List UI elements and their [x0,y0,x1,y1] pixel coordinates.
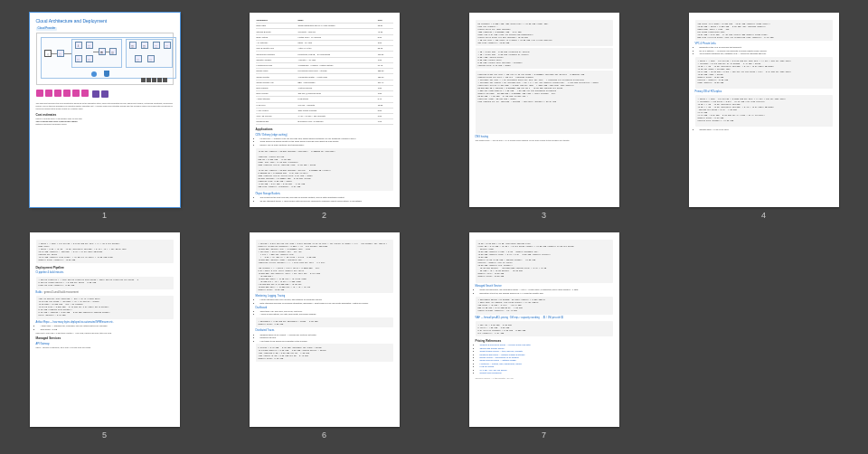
calc-bot: 1 cache × 1 node = for hrs/mo × 0.0006 U… [695,95,833,127]
page-thumb-4[interactable]: 730 hours in a month × 0.003 USD = 20.07… [686,13,841,220]
calc-top: 730 hours in a month × 0.003 USD = 20.07… [695,20,833,41]
service-icons-row-b [92,90,108,98]
dash-calc: 1 dashboard × 3.00 USD per dashboard / m… [256,317,393,327]
waf-calc: 1 web ACL × 5.00 USD = 5.00 USD 6 rules … [476,321,613,336]
page-thumb-3[interactable]: 50 requests × 0.0004 USD (GET multiplier… [467,13,621,220]
calc-mid: 1 cache × 1 node = for hrs/mo × 0.0125 U… [695,57,833,89]
pipeline-calc: 1 active pipeline × 1 free active pipeli… [36,277,174,289]
page-number: 4 [761,211,766,220]
builds-heading: Builds · general1.small build environmen… [36,291,174,294]
waf-heading: WAF — firewall per-ACL pricing · 1M reqs… [476,317,613,319]
cdn-calc: 10 GB per request × 50,000 requests (int… [256,148,393,191]
footer-status: Opened in preview — 1 item selected · 22… [476,377,613,380]
builds-calc: (may be smaller plus buffered × ~0px × n… [36,296,174,319]
page-number: 3 [542,211,546,220]
architecture-diagram: ◇ ⬚ λ ⬚ ⬚ ⬚ ⬒ ◫ ◫ ◫ ⬚ ⬚ ⬚ ⬚ [36,33,174,85]
bucket-bullets: One bucket for the front-end app, one ea… [256,196,393,202]
page-number: 6 [322,430,326,440]
trace-bullets: Sampled traces at 5% default — override … [256,334,393,343]
calc-c: returned bytes per hour × 730 hrs in mo … [476,71,613,134]
calc-b: 1 GB × 0.004 USD = 0.00 USD (returned by… [476,48,613,69]
page-thumb-6[interactable]: 1 stream × 0.015 service per node × 0.01… [247,232,401,440]
page-thumb-1[interactable]: Cloud Architecture and Deployment Cloud … [27,13,182,220]
calc-top: 10 GB × 0.00 USD × 10 GB (excluding stor… [476,240,613,283]
doc-title: Cloud Architecture and Deployment [36,18,174,24]
page-number: 5 [102,430,107,440]
deploy-heading: Deployment Pipeline [36,266,174,270]
pipeline-heading: CI pipeline & build minutes [36,271,174,274]
search-heading: Managed Search Service [476,285,613,288]
monitor-bullets: Metrics streams from every service; filt… [256,298,393,304]
page-thumb-2[interactable]: Component Notes Cost Edge CDNGlobal dist… [247,13,401,220]
page-thumb-5[interactable]: 1 cache × 1 node × for hrs/mo × 0.0125 U… [27,232,182,440]
cost-table: Component Notes Cost Edge CDNGlobal dist… [256,18,393,125]
replica-heading: Primary DB w/ RO-replica [695,90,833,93]
trace-heading: Distributed Traces [256,329,393,332]
managed-heading: Managed Services [36,336,174,340]
calc-a: 1 cache × 1 node × for hrs/mo × 0.0125 U… [36,240,174,263]
cost-meta: Report • PRICING ESTIMATE GENERATED: 15 … [36,118,174,125]
alarm-calc: 8 alarms × 0.10 USD = 0.80 USD (standard… [256,344,393,362]
thumbnail-grid: Cloud Architecture and Deployment Cloud … [0,0,868,452]
page-thumb-7[interactable]: 10 GB × 0.00 USD × 10 GB (excluding stor… [467,232,621,440]
dash-heading: Dashboard [256,307,393,309]
artifact-bullets: Artifact repo — standard tier; versioned… [36,325,174,330]
intro-text: This document describes the cloud archit… [36,102,174,109]
search-calc: 1 dedicated master (on-demand, t3.small.… [476,297,613,315]
dns-text: Two hosted zones — one per apex. ALIAS r… [476,139,613,142]
applications-heading: Applications [256,128,393,131]
dash-bullets: Think three (x3): app-level, infra-level… [256,310,393,316]
api-heading: API Gateway [36,343,174,345]
calc-top: 1 stream × 0.015 service per node × 0.01… [256,240,393,293]
cost-heading: Cost estimates [36,113,174,117]
vpc-heading: VPC & Private Links [695,43,833,45]
cdn-heading: CDN / Delivery (edge caching) [256,134,393,137]
vpc-bullets: Endpoints in the VPC for services that s… [695,46,833,55]
cdn-bullets: HTTPS only — redirect HTTP. No own SSL c… [256,137,393,147]
calc-a: 50 requests × 0.0004 USD (GET multiplier… [476,20,613,46]
api-line: REST + caching (2 endpoints, 20 m reqs).… [36,346,174,349]
page-number: 1 [102,211,107,220]
artifact-heading: Artifact Repo — how many bytes deployed … [36,321,174,324]
bucket-heading: Object Storage Buckets [256,193,393,195]
monitor-heading: Monitoring, Logging, Tracing [256,295,393,298]
refs-list: Compute & serverless pricing — provider … [476,344,613,374]
artifact-line: Repo cost × 0.05 USD × 5 GB stored (mont… [36,332,174,335]
page-number: 7 [542,430,546,440]
refs-heading: Pricing References [476,339,613,343]
page-number: 2 [322,211,326,220]
dns-heading: DNS hosting [476,136,613,138]
search-bullets: Single-service/region, one dedicated mas… [476,288,613,294]
service-icons-row-a [36,90,89,97]
tail-bullet: Secrets Store × KMS (CMK keys) [695,128,833,131]
provider-tag: Cloud Provider [36,27,58,32]
